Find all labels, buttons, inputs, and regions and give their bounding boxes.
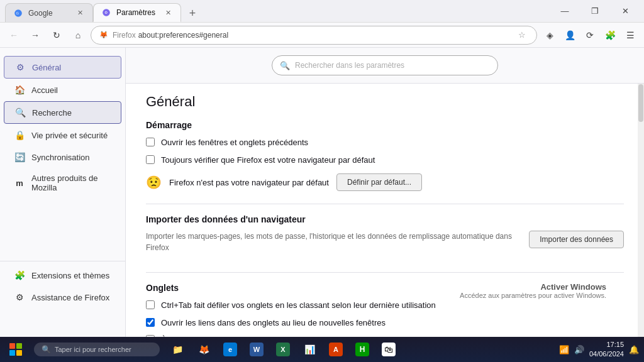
main-content: ⚙ Général 🏠 Accueil 🔍 Recherche 🔒 Vie pr… (0, 48, 644, 337)
demarrage-section: Démarrage Ouvrir les fenêtres et onglets… (146, 120, 624, 191)
bookmark-icon[interactable]: ☆ (515, 28, 529, 42)
sidebar: ⚙ Général 🏠 Accueil 🔍 Recherche 🔒 Vie pr… (0, 48, 126, 337)
taskbar-app-word[interactable]: W (244, 337, 269, 362)
set-default-button[interactable]: Définir par défaut... (336, 173, 422, 191)
sidebar-item-assistance[interactable]: ⚙ Assistance de Firefox (4, 287, 121, 308)
taskbar-app-misc3[interactable]: H (350, 337, 375, 362)
import-desc: Importer les marques-pages, les mots de … (146, 231, 519, 253)
sidebar-item-recherche[interactable]: 🔍 Recherche (4, 101, 121, 124)
sidebar-accueil-label: Accueil (31, 85, 58, 95)
start-button[interactable] (0, 337, 31, 362)
sidebar-item-autres-produits[interactable]: m Autres produits de Mozilla (4, 168, 121, 197)
browser-window: G Google ✕ ⚙ Paramètres ✕ + — ❐ ✕ ← → ↻ (0, 0, 644, 337)
windows-icon (9, 343, 22, 356)
sidebar-item-vie-privee[interactable]: 🔒 Vie privée et sécurité (4, 124, 121, 146)
taskbar-app-misc1[interactable]: 📊 (297, 337, 322, 362)
sync-icon[interactable]: ⟳ (581, 26, 599, 44)
taskbar-app-excel[interactable]: X (270, 337, 296, 362)
default-browser-label[interactable]: Toujours vérifier que Firefox est votre … (161, 154, 375, 167)
home-button[interactable]: ⌂ (69, 26, 87, 44)
firefox-taskbar-icon: 🦊 (197, 343, 211, 356)
sidebar-extensions-label: Extensions et thèmes (31, 271, 109, 280)
network-icon: 📶 (559, 345, 569, 354)
open-links-checkbox[interactable] (146, 318, 155, 327)
misc1-icon: 📊 (303, 343, 316, 356)
back-button[interactable]: ← (5, 26, 23, 44)
ctrl-tab-checkbox[interactable] (146, 300, 155, 309)
restore-tabs-checkbox[interactable] (146, 138, 155, 146)
sidebar-item-accueil[interactable]: 🏠 Accueil (4, 79, 121, 101)
taskbar-app-misc2[interactable]: A (323, 337, 348, 362)
tab-google[interactable]: G Google ✕ (5, 3, 93, 22)
misc3-icon: H (355, 343, 369, 356)
import-data-button[interactable]: Importer des données (529, 231, 624, 248)
scrollbar[interactable] (638, 84, 644, 337)
address-bar[interactable]: 🦊 Firefoxabout:preferences#general ☆ (91, 26, 537, 45)
import-title: Importer des données d'un navigateur (146, 214, 624, 224)
site-favicon: 🦊 (99, 30, 109, 40)
sad-emoji: 😟 (146, 175, 162, 190)
nav-bar: ← → ↻ ⌂ 🦊 Firefoxabout:preferences#gener… (0, 23, 644, 48)
ctrl-tab-row: Ctrl+Tab fait défiler vos onglets en les… (146, 299, 624, 312)
sidebar-recherche-label: Recherche (32, 108, 72, 118)
page-title: Général (146, 84, 624, 110)
vie-privee-icon: 🔒 (14, 129, 25, 141)
account-icon[interactable]: 👤 (561, 26, 579, 44)
close-button[interactable]: ✕ (611, 2, 639, 21)
sidebar-general-label: Général (32, 63, 61, 72)
tab-parametres-close[interactable]: ✕ (163, 8, 173, 18)
address-icons: ☆ (515, 28, 529, 42)
address-text: Firefoxabout:preferences#general (113, 31, 511, 40)
edge-icon: e (223, 343, 237, 356)
import-row: Importer les marques-pages, les mots de … (146, 231, 624, 260)
taskbar-search-input[interactable] (55, 346, 143, 353)
misc2-icon: A (329, 343, 343, 356)
open-links-label[interactable]: Ouvrir les liens dans des onglets au lie… (161, 317, 386, 329)
google-favicon: G (13, 8, 23, 18)
taskbar-app-explorer[interactable]: 📁 (165, 337, 190, 362)
sidebar-item-synchronisation[interactable]: 🔄 Synchronisation (4, 146, 121, 168)
notification-icon: 🔔 (629, 345, 639, 354)
window-controls: — ❐ ✕ (551, 2, 639, 21)
sync-sidebar-icon: 🔄 (14, 151, 25, 163)
sidebar-vie-privee-label: Vie privée et sécurité (31, 131, 108, 140)
nav-right-icons: ◈ 👤 ⟳ 🧩 ☰ (541, 26, 639, 44)
pocket-icon[interactable]: ◈ (541, 26, 558, 44)
excel-icon: X (276, 343, 290, 356)
page-search-placeholder: Rechercher dans les paramètres (295, 61, 404, 70)
menu-icon[interactable]: ☰ (621, 26, 639, 44)
page-search-bar[interactable]: 🔍 Rechercher dans les paramètres (272, 55, 498, 75)
extensions-icon[interactable]: 🧩 (601, 26, 619, 44)
page-search-wrapper: 🔍 Rechercher dans les paramètres (126, 48, 644, 84)
accueil-icon: 🏠 (14, 84, 25, 96)
maximize-button[interactable]: ❐ (581, 2, 609, 21)
restore-tabs-label[interactable]: Ouvrir les fenêtres et onglets précédent… (161, 136, 308, 149)
taskbar-search-icon: 🔍 (42, 345, 51, 354)
scrollbar-thumb[interactable] (638, 84, 643, 122)
restore-tabs-row: Ouvrir les fenêtres et onglets précédent… (146, 136, 624, 149)
demarrage-title: Démarrage (146, 120, 624, 130)
sidebar-item-general[interactable]: ⚙ Général (4, 56, 121, 79)
taskbar-app-edge[interactable]: e (218, 337, 243, 362)
taskbar-clock[interactable]: 17:15 04/06/2024 (589, 340, 624, 359)
tabs-area: G Google ✕ ⚙ Paramètres ✕ + (5, 0, 551, 22)
tab-parametres[interactable]: ⚙ Paramètres ✕ (93, 3, 181, 22)
default-browser-checkbox[interactable] (146, 155, 155, 164)
taskbar-search[interactable]: 🔍 (34, 343, 160, 356)
activate-line1: Activer Windows (460, 282, 606, 292)
sidebar-item-extensions[interactable]: 🧩 Extensions et thèmes (4, 265, 121, 286)
tab-google-close[interactable]: ✕ (75, 8, 85, 18)
minimize-button[interactable]: — (551, 2, 579, 21)
ctrl-tab-label[interactable]: Ctrl+Tab fait défiler vos onglets en les… (161, 299, 436, 312)
taskbar-app-store[interactable]: 🛍 (376, 337, 401, 362)
import-text: Importer les marques-pages, les mots de … (146, 231, 519, 260)
title-bar: G Google ✕ ⚙ Paramètres ✕ + — ❐ ✕ (0, 0, 644, 23)
sidebar-assistance-label: Assistance de Firefox (31, 293, 109, 302)
forward-button[interactable]: → (26, 26, 44, 44)
import-section: Importer des données d'un navigateur Imp… (146, 204, 624, 260)
clock-time: 17:15 (589, 340, 624, 349)
reload-button[interactable]: ↻ (48, 26, 65, 44)
new-tab-button[interactable]: + (184, 4, 201, 22)
search-icon: 🔍 (280, 61, 290, 70)
taskbar-app-firefox[interactable]: 🦊 (191, 337, 216, 362)
